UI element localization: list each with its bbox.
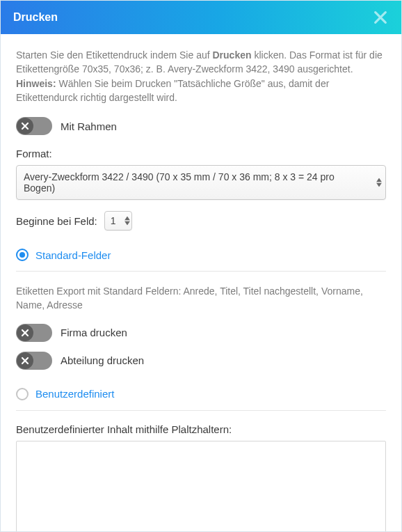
intro-pre: Starten Sie den Etikettendruck indem Sie… xyxy=(16,49,213,61)
start-field-label: Beginne bei Feld: xyxy=(16,215,97,227)
close-icon xyxy=(373,10,388,25)
standard-fields-desc: Etiketten Export mit Standard Feldern: A… xyxy=(16,284,386,313)
separator xyxy=(16,271,386,272)
start-field-select[interactable]: 1 xyxy=(104,211,132,230)
start-field-row: Beginne bei Feld: 1 xyxy=(16,211,386,230)
x-icon xyxy=(21,357,29,365)
custom-content-textarea[interactable] xyxy=(16,441,386,531)
frame-toggle[interactable] xyxy=(16,117,52,135)
separator xyxy=(16,410,386,411)
dialog-body: Starten Sie den Etikettendruck indem Sie… xyxy=(1,34,401,531)
start-field-select-wrap: 1 xyxy=(104,211,132,230)
close-button[interactable] xyxy=(372,9,389,26)
toggle-row-department: Abteilung drucken xyxy=(16,352,386,370)
radio-custom-label: Benutzerdefiniert xyxy=(35,388,114,400)
toggle-stack: Firma drucken Abteilung drucken xyxy=(16,324,386,370)
radio-icon-checked xyxy=(16,249,29,261)
company-toggle-label: Firma drucken xyxy=(61,327,127,338)
custom-content-label: Benutzerdefinierter Inhalt mithilfe Plal… xyxy=(16,423,386,435)
print-dialog: Drucken Starten Sie den Etikettendruck i… xyxy=(0,0,402,532)
x-icon xyxy=(21,329,29,337)
frame-toggle-label: Mit Rahmen xyxy=(61,120,117,132)
intro-hint-label: Hinweis: xyxy=(16,78,56,89)
department-toggle[interactable] xyxy=(16,352,52,370)
intro-hint-text: Wählen Sie beim Drucken "Tatsächliche Gr… xyxy=(16,78,329,103)
format-label: Format: xyxy=(16,148,386,159)
start-field-value: 1 xyxy=(111,215,116,226)
toggle-knob xyxy=(17,352,33,369)
company-toggle[interactable] xyxy=(16,324,52,342)
toggle-knob xyxy=(17,118,33,134)
intro-bold: Drucken xyxy=(213,49,252,61)
toggle-knob xyxy=(17,324,33,341)
x-icon xyxy=(21,122,29,130)
radio-custom[interactable]: Benutzerdefiniert xyxy=(16,388,386,400)
department-toggle-label: Abteilung drucken xyxy=(61,354,144,366)
dialog-title: Drucken xyxy=(13,11,58,24)
toggle-row-company: Firma drucken xyxy=(16,324,386,342)
dialog-header: Drucken xyxy=(1,1,401,34)
format-select-value: Avery-Zweckform 3422 / 3490 (70 x 35 mm … xyxy=(24,171,335,194)
format-select[interactable]: Avery-Zweckform 3422 / 3490 (70 x 35 mm … xyxy=(16,165,386,200)
radio-icon-unchecked xyxy=(16,388,29,400)
intro-text: Starten Sie den Etikettendruck indem Sie… xyxy=(16,48,386,104)
format-select-wrap: Avery-Zweckform 3422 / 3490 (70 x 35 mm … xyxy=(16,165,386,200)
radio-standard-label: Standard-Felder xyxy=(35,249,111,261)
toggle-row-frame: Mit Rahmen xyxy=(16,117,386,135)
radio-standard[interactable]: Standard-Felder xyxy=(16,249,386,261)
